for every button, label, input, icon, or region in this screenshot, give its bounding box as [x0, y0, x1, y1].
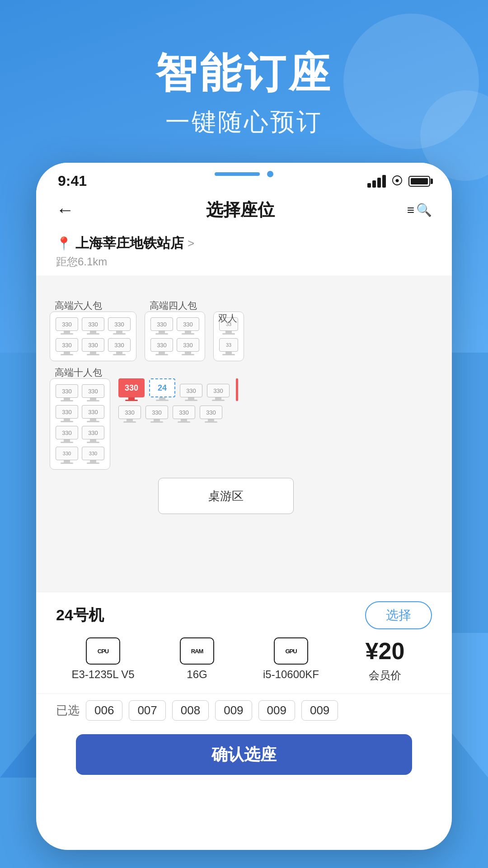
selected-seat-4[interactable]: 009 — [258, 700, 295, 721]
divider-bar — [236, 378, 238, 401]
selected-seat-1[interactable]: 007 — [129, 700, 165, 721]
location-distance: 距您6.1km — [36, 255, 452, 275]
choose-button[interactable]: 选择 — [365, 601, 432, 629]
location-row[interactable]: 📍 上海莘庄地铁站店 > — [36, 228, 452, 255]
center-seats: 330 24 — [118, 378, 238, 470]
info-panel: 24号机 选择 CPU E3-1235L V5 RAM 16G — [36, 592, 452, 693]
room-ten-label: 高端十人包 — [55, 366, 102, 379]
room-six-person: 高端六人包 330 330 330 330 330 330 — [50, 311, 136, 361]
signal-icon — [367, 175, 386, 188]
page-title: 选择座位 — [206, 198, 275, 222]
seat-unit[interactable]: 330 — [56, 384, 78, 401]
selected-seats-row: 已选 006 007 008 009 009 009 — [36, 693, 452, 727]
price-spec: ¥20 会员价 — [338, 637, 432, 683]
room-two-label: 高端双人 — [218, 311, 244, 325]
ram-spec: RAM 16G — [150, 637, 244, 681]
price-value: ¥20 — [366, 637, 405, 665]
search-icon: 🔍 — [416, 203, 432, 217]
list-icon: ≡ — [407, 203, 414, 217]
boardgame-label: 桌游区 — [208, 488, 244, 504]
seat-unit[interactable]: 330 — [56, 317, 78, 335]
header-main-text: 智能订座 — [0, 45, 488, 101]
confirm-section: 确认选座 — [36, 727, 452, 802]
seat-unit[interactable]: 330 — [200, 406, 222, 423]
ram-label: 16G — [187, 668, 207, 681]
status-icons: ⦿ — [367, 174, 430, 188]
room-four-person: 高端四人包 330 330 330 330 — [145, 311, 205, 361]
seat-unit[interactable]: 330 — [82, 405, 104, 422]
location-arrow-icon: > — [188, 236, 194, 250]
seat-unit[interactable]: 330 — [82, 317, 104, 335]
seat-unit[interactable]: 330 — [177, 338, 199, 355]
boardgame-area: 桌游区 — [158, 478, 438, 514]
seat-unit[interactable]: 330 — [108, 338, 131, 355]
seat-map: 高端六人包 330 330 330 330 330 330 — [36, 275, 452, 592]
header-section: 智能订座 一键随心预订 — [0, 45, 488, 139]
seat-unit[interactable]: 330 — [56, 447, 78, 464]
seat-unit[interactable]: 330 — [207, 384, 230, 401]
seat-unit[interactable]: 330 — [56, 405, 78, 422]
selected-label: 已选 — [56, 703, 80, 718]
cpu-icon: CPU — [86, 637, 120, 665]
top-pill — [215, 172, 260, 176]
specs-row: CPU E3-1235L V5 RAM 16G GPU i5-10600K — [56, 637, 432, 687]
location-name: 上海莘庄地铁站店 — [75, 234, 184, 253]
seat-selected[interactable]: 24 — [149, 378, 175, 401]
machine-name: 24号机 — [56, 605, 104, 626]
ram-icon: RAM — [180, 637, 214, 665]
seat-unit[interactable]: 33 — [219, 338, 238, 355]
selected-seat-2[interactable]: 008 — [172, 700, 209, 721]
nav-bar: ← 选择座位 ≡ 🔍 — [36, 194, 452, 228]
seat-unit[interactable]: 330 — [177, 317, 199, 335]
location-pin-icon: 📍 — [56, 236, 72, 251]
seat-unit[interactable]: 330 — [145, 406, 168, 423]
back-button[interactable]: ← — [56, 200, 74, 220]
room-two-person: 高端双人 33 33 — [213, 311, 244, 361]
gpu-icon: GPU — [274, 637, 308, 665]
seat-unit[interactable]: 330 — [82, 447, 104, 464]
seat-unit[interactable]: 330 — [82, 338, 104, 355]
battery-icon — [408, 176, 430, 187]
seat-unit[interactable]: 330 — [56, 426, 78, 443]
price-label: 会员价 — [369, 668, 401, 683]
room-four-label: 高端四人包 — [150, 299, 197, 312]
status-time: 9:41 — [58, 173, 87, 189]
seat-unit[interactable]: 330 — [118, 406, 141, 423]
seat-unit[interactable]: 330 — [108, 317, 131, 335]
wifi-icon: ⦿ — [391, 174, 403, 188]
selected-seat-5[interactable]: 009 — [301, 700, 338, 721]
seat-unit[interactable]: 330 — [150, 317, 173, 335]
seat-unit[interactable]: 330 — [173, 406, 195, 423]
room-six-label: 高端六人包 — [55, 299, 102, 312]
selected-seat-0[interactable]: 006 — [86, 700, 122, 721]
seat-unit[interactable]: 330 — [56, 338, 78, 355]
seat-occupied[interactable]: 330 — [118, 378, 145, 401]
seat-unit[interactable]: 330 — [82, 426, 104, 443]
cpu-label: E3-1235L V5 — [71, 668, 134, 681]
room-ten-person: 高端十人包 330 330 330 330 330 330 — [50, 378, 110, 470]
status-bar: 9:41 ⦿ — [36, 163, 452, 194]
top-dot — [267, 171, 273, 177]
gpu-spec: GPU i5-10600KF — [244, 637, 338, 681]
seat-unit[interactable]: 330 — [82, 384, 104, 401]
cpu-spec: CPU E3-1235L V5 — [56, 637, 150, 681]
seat-unit[interactable]: 330 — [180, 384, 202, 401]
phone-mockup: 9:41 ⦿ ← 选择座位 — [36, 163, 452, 868]
confirm-button[interactable]: 确认选座 — [76, 734, 412, 775]
search-filter-button[interactable]: ≡ 🔍 — [407, 203, 432, 217]
gpu-label: i5-10600KF — [263, 668, 319, 681]
header-sub-text: 一键随心预订 — [0, 106, 488, 139]
seat-unit[interactable]: 330 — [150, 338, 173, 355]
selected-seat-3[interactable]: 009 — [215, 700, 252, 721]
